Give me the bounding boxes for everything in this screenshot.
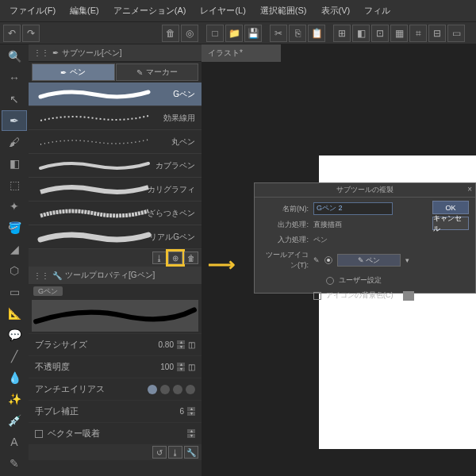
text-tool-icon[interactable]: A [2,432,27,452]
brush-tool-icon[interactable]: 🖌 [2,132,27,152]
output-value: 直接描画 [313,220,342,230]
brush-item-gpen[interactable]: Gペン [29,83,202,106]
brush-item[interactable]: 効果線用 [29,106,202,130]
spray-tool-icon[interactable]: ✨ [2,389,27,409]
dialog-titlebar[interactable]: サブツールの複製 × [255,183,475,198]
fill-tool-icon[interactable]: 🪣 [2,217,27,238]
tool6-icon[interactable]: ⊟ [428,25,446,42]
shape-tool-icon[interactable]: ⬡ [2,260,27,281]
line-tool-icon[interactable]: ╱ [2,346,27,367]
marquee-tool-icon[interactable]: ⬚ [2,175,27,195]
eraser-tool-icon[interactable]: ◧ [2,153,27,174]
user-setting-label: ユーザー設定 [339,275,382,286]
prop-antialias[interactable]: アンチエイリアス [29,378,202,400]
tool4-icon[interactable]: ▦ [390,25,408,42]
spiral-icon[interactable]: ◎ [181,25,198,42]
subtool-panel-header[interactable]: ⋮⋮ ✒ サブツール[ペン] [29,44,202,62]
menu-select[interactable]: 選択範囲(S) [254,2,313,20]
icon-select[interactable]: ✎ ペン [337,254,401,267]
prop-opacity[interactable]: 不透明度 100▴▾◫ [29,355,202,378]
cut-icon[interactable]: ✂ [270,25,287,42]
duplicate-subtool-icon[interactable]: ⊕ [168,251,182,264]
tool2-icon[interactable]: ◧ [352,25,370,42]
new-icon[interactable]: □ [206,25,224,42]
open-icon[interactable]: 📁 [225,25,243,42]
menu-view[interactable]: 表示(V) [315,2,357,20]
correct-tool-icon[interactable]: ✎ [2,453,27,474]
tab-pen[interactable]: ✒ペン [32,63,115,81]
zoom-tool-icon[interactable]: 🔍 [2,46,27,67]
main-toolbar: ↶ ↷ 🗑 ◎ □ 📁 💾 ✂ ⎘ 📋 ⊞ ◧ ⊡ ▦ ⌗ ⊟ ▭ [0,22,476,44]
grip-icon: ⋮⋮ [33,271,49,280]
copy-icon[interactable]: ⎘ [289,25,306,42]
tool-palette: 🔍 ↔ ↖ ✒ 🖌 ◧ ⬚ ✦ 🪣 ◢ ⬡ ▭ 📐 💬 ╱ 💧 ✨ 💉 A ✎ [0,44,29,476]
ok-button[interactable]: OK [432,201,469,214]
prop-stabilize[interactable]: 手ブレ補正 6▴▾ [29,400,202,422]
name-label: 名前(N): [261,204,309,214]
move-tool-icon[interactable]: ↔ [2,67,27,88]
tool5-icon[interactable]: ⌗ [409,25,427,42]
radio-preset-icon[interactable] [324,256,332,264]
tab-marker[interactable]: ✎マーカー [116,63,199,81]
brush-preview [32,300,198,332]
balloon-tool-icon[interactable]: 💬 [2,324,27,345]
redo-icon[interactable]: ↷ [22,25,40,42]
annotation-arrow: ⟶ [208,254,235,276]
close-icon[interactable]: × [467,185,472,194]
blend-tool-icon[interactable]: 💧 [2,367,27,388]
eyedrop-tool-icon[interactable]: 💉 [2,410,27,431]
frame-tool-icon[interactable]: ▭ [2,282,27,302]
output-label: 出力処理: [261,220,309,230]
menu-filter[interactable]: フィル [358,2,397,20]
trash-icon[interactable]: 🗑 [162,25,179,42]
prop-vector-snap[interactable]: ベクター吸着 ▴▾ [29,422,202,444]
brush-item[interactable]: カリグラフィ [29,178,202,202]
wand-tool-icon[interactable]: ✦ [2,196,27,217]
paste-icon[interactable]: 📋 [308,25,325,42]
name-input[interactable]: Gペン 2 [313,202,393,215]
input-label: 入力処理: [261,235,309,245]
brush-item[interactable]: カブラペン [29,154,202,178]
duplicate-subtool-dialog: サブツールの複製 × OK キャンセル 名前(N): Gペン 2 出力処理: 直… [254,182,476,294]
import-subtool-icon[interactable]: ⭳ [152,251,167,264]
tool1-icon[interactable]: ⊞ [333,25,351,42]
checkbox-icon[interactable] [35,430,43,438]
document-tab[interactable]: イラスト* [202,44,281,62]
menu-layer[interactable]: レイヤー(L) [194,2,251,20]
tool7-icon[interactable]: ▭ [447,25,465,42]
delete-subtool-icon[interactable]: 🗑 [184,251,198,264]
menu-anim[interactable]: アニメーション(A) [107,2,193,20]
cancel-button[interactable]: キャンセル [432,217,469,230]
gradient-tool-icon[interactable]: ◢ [2,239,27,259]
brush-item[interactable]: ざらつきペン [29,202,202,225]
menu-file[interactable]: ファイル(F) [3,2,62,20]
prop-brush-size[interactable]: ブラシサイズ 0.80▴▾◫ [29,333,202,355]
bgcolor-checkbox[interactable] [313,292,321,300]
brush-item[interactable]: リアルGペン [29,225,202,249]
preset-pill[interactable]: Gペン [33,286,63,296]
ruler-tool-icon[interactable]: 📐 [2,303,27,324]
grip-icon: ⋮⋮ [33,48,49,57]
wrench-icon[interactable]: 🔧 [184,446,198,459]
input-value: ペン [313,235,328,245]
pen-icon: ✎ [313,256,320,264]
icon-label: ツールアイコン(T): [261,250,309,271]
color-swatch[interactable] [403,291,414,301]
undo-icon[interactable]: ↶ [3,25,21,42]
cursor-tool-icon[interactable]: ↖ [2,89,27,109]
radio-user-icon[interactable] [326,277,334,285]
brush-list: Gペン 効果線用 丸ペン カブラペン カリグラフィ ざらつきペン [29,83,202,249]
tool3-icon[interactable]: ⊡ [371,25,389,42]
reset-icon[interactable]: ↺ [152,446,167,459]
bgcolor-label: アイコンの背景色(C) [326,290,393,301]
save-icon[interactable]: 💾 [244,25,262,42]
pen-tool-icon[interactable]: ✒ [2,110,27,131]
menubar: ファイル(F) 編集(E) アニメーション(A) レイヤー(L) 選択範囲(S)… [0,0,476,22]
menu-edit[interactable]: 編集(E) [63,2,106,20]
register-icon[interactable]: ⭳ [168,446,182,459]
toolproperty-panel-header[interactable]: ⋮⋮ 🔧 ツールプロパティ[Gペン] [29,267,202,284]
brush-item[interactable]: 丸ペン [29,130,202,154]
